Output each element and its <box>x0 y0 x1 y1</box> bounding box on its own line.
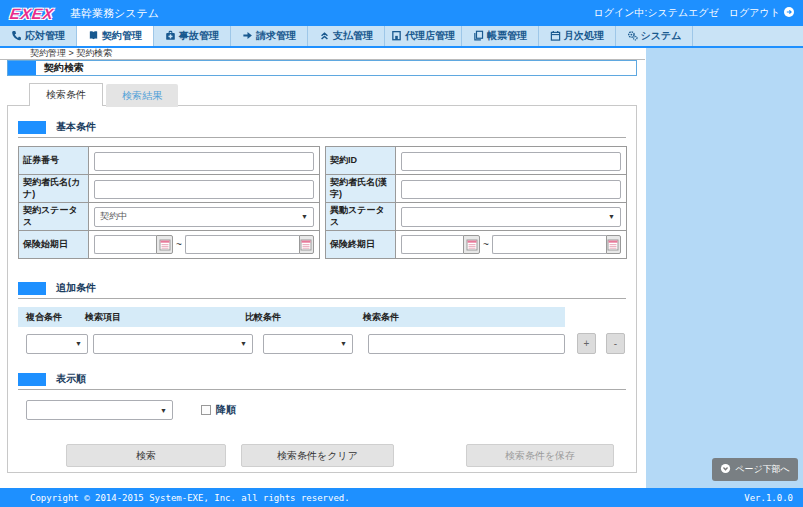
nav-label: 月次処理 <box>564 29 604 43</box>
nav-item-keiyaku[interactable]: 契約管理 <box>77 26 154 46</box>
chevron-down-icon: ▼ <box>75 340 82 347</box>
additional-conditions-header-row: 複合条件 検索項目 比較条件 検索条件 <box>18 307 565 327</box>
store-icon <box>391 30 402 43</box>
book-icon <box>88 30 99 43</box>
comparison-condition-select[interactable]: ▼ <box>263 334 353 354</box>
result-tabs: 検索条件 検索結果 <box>29 83 178 107</box>
nav-label: 応対管理 <box>25 29 65 43</box>
page-title: 契約検索 <box>44 61 84 75</box>
logout-icon <box>783 6 795 20</box>
field-label: 証券番号 <box>19 147 89 175</box>
section-marker <box>18 373 46 386</box>
chevron-down-icon: ▼ <box>608 213 615 220</box>
first-aid-icon <box>165 30 176 43</box>
chevron-down-icon: ▼ <box>340 340 347 347</box>
insurance-end-date-to-input[interactable] <box>492 235 606 254</box>
nav-label: 支払管理 <box>333 29 373 43</box>
search-button[interactable]: 検索 <box>66 444 226 467</box>
field-label: 保険始期日 <box>19 231 89 259</box>
section-sort-order: 表示順 <box>18 372 626 390</box>
exex-logo: EXEX <box>9 5 55 22</box>
section-marker <box>18 121 46 134</box>
column-header: 比較条件 <box>245 311 363 324</box>
logout-button[interactable]: ログアウト <box>729 6 795 20</box>
section-title: 基本条件 <box>56 120 96 134</box>
section-title: 表示順 <box>56 372 86 386</box>
nav-item-getsuji[interactable]: 月次処理 <box>539 26 616 46</box>
action-button-row: 検索 検索条件をクリア 検索条件を保存 <box>8 444 636 467</box>
chevron-down-icon: ▼ <box>160 407 167 414</box>
login-status: ログイン中:システムエグゼ <box>593 6 718 20</box>
insurance-end-date-from-input[interactable] <box>401 235 463 254</box>
nav-label: 契約管理 <box>102 29 142 43</box>
nav-item-seikyu[interactable]: 請求管理 <box>231 26 308 46</box>
chevrons-up-icon <box>319 30 330 43</box>
field-label: 契約ステータス <box>19 203 89 231</box>
logout-label: ログアウト <box>729 6 780 20</box>
tab-search-results[interactable]: 検索結果 <box>106 84 178 107</box>
column-header: 複合条件 <box>18 311 85 324</box>
nav-item-chohyo[interactable]: 帳票管理 <box>462 26 539 46</box>
field-label: 契約者氏名(カナ) <box>19 175 89 203</box>
calendar-icon <box>550 30 561 43</box>
additional-conditions-input-row: ▼ ▼ ▼ + - <box>26 333 636 354</box>
policy-number-input[interactable] <box>94 152 314 171</box>
calendar-picker-button[interactable] <box>463 235 480 254</box>
compound-condition-select[interactable]: ▼ <box>26 334 88 354</box>
section-additional-conditions: 追加条件 <box>18 281 626 299</box>
chevron-down-icon: ▼ <box>301 213 308 220</box>
circle-down-icon <box>720 463 731 476</box>
insurance-start-date-to-input[interactable] <box>185 235 299 254</box>
nav-label: システム <box>641 29 682 43</box>
search-condition-value-input[interactable] <box>368 334 565 354</box>
basic-conditions-table-left: 証券番号 契約者氏名(カナ) 契約ステータス 契約中 ▼ 保険始期日 <box>18 146 320 259</box>
insurance-start-date-from-input[interactable] <box>94 235 156 254</box>
nav-label: 請求管理 <box>256 29 296 43</box>
contract-id-input[interactable] <box>401 152 621 171</box>
descending-checkbox[interactable] <box>201 405 211 415</box>
date-separator: ~ <box>176 239 182 250</box>
section-marker <box>18 282 46 295</box>
change-status-select[interactable]: ▼ <box>401 207 621 227</box>
tab-search-conditions[interactable]: 検索条件 <box>29 83 103 106</box>
calendar-picker-button[interactable] <box>156 235 173 254</box>
calendar-picker-button[interactable] <box>299 235 314 254</box>
phone-icon <box>11 30 22 43</box>
search-item-select[interactable]: ▼ <box>93 334 253 354</box>
breadcrumb[interactable]: 契約管理 > 契約検索 <box>0 48 645 60</box>
remove-condition-button[interactable]: - <box>606 333 625 354</box>
contractor-name-kanji-input[interactable] <box>401 180 621 199</box>
section-title: 追加条件 <box>56 281 96 295</box>
contractor-name-kana-input[interactable] <box>94 180 314 199</box>
sort-key-select[interactable]: ▼ <box>26 400 173 420</box>
section-basic-conditions: 基本条件 <box>18 120 626 138</box>
basic-conditions-table-right: 契約ID 契約者氏名(漢字) 異動ステータス ▼ 保険終期日 <box>325 146 627 259</box>
column-header: 検索項目 <box>85 311 245 324</box>
chevron-down-icon: ▼ <box>240 340 247 347</box>
arrow-right-icon <box>242 30 253 43</box>
title-marker <box>8 61 36 75</box>
main-nav: 応対管理 契約管理 事故管理 請求管理 支払管理 代理店管理 帳票管理 月次処理… <box>0 26 803 48</box>
gears-icon <box>627 30 638 43</box>
app-header: EXEX 基幹業務システム ログイン中:システムエグゼ ログアウト <box>0 0 803 26</box>
add-condition-button[interactable]: + <box>577 333 596 354</box>
search-form-panel: 基本条件 証券番号 契約者氏名(カナ) 契約ステータス 契約中 ▼ <box>7 105 637 473</box>
page-bottom-button[interactable]: ページ下部へ <box>712 458 798 481</box>
nav-item-taiou[interactable]: 応対管理 <box>0 26 77 46</box>
descending-label: 降順 <box>216 403 236 417</box>
documents-icon <box>473 30 484 43</box>
contract-status-select[interactable]: 契約中 ▼ <box>94 207 314 227</box>
clear-conditions-button[interactable]: 検索条件をクリア <box>241 444 394 467</box>
nav-item-dairiten[interactable]: 代理店管理 <box>385 26 462 46</box>
nav-item-jiko[interactable]: 事故管理 <box>154 26 231 46</box>
nav-item-system[interactable]: システム <box>616 26 693 46</box>
right-side-panel <box>646 48 803 488</box>
nav-item-shiharai[interactable]: 支払管理 <box>308 26 385 46</box>
date-separator: ~ <box>483 239 489 250</box>
nav-label: 帳票管理 <box>487 29 527 43</box>
save-conditions-button[interactable]: 検索条件を保存 <box>466 444 614 467</box>
copyright-text: Copyright © 2014-2015 System-EXE, Inc. a… <box>30 493 350 503</box>
nav-label: 代理店管理 <box>405 29 455 43</box>
app-footer: Copyright © 2014-2015 System-EXE, Inc. a… <box>0 488 803 507</box>
calendar-picker-button[interactable] <box>606 235 621 254</box>
